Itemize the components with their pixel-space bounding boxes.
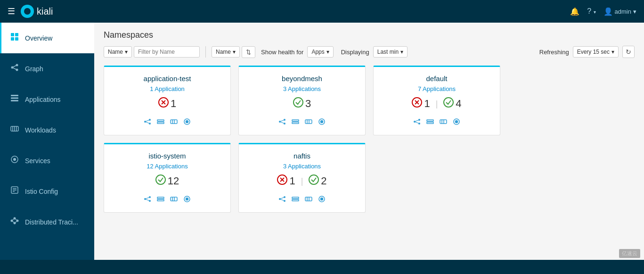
help-icon[interactable]: ? ▾	[587, 7, 595, 16]
logo-text: kiali	[37, 6, 53, 17]
svg-rect-0	[11, 33, 14, 36]
svg-point-61	[444, 98, 453, 107]
workloads-action-icon[interactable]	[170, 195, 178, 205]
error-icon	[412, 97, 422, 110]
error-icon	[158, 97, 169, 110]
ok-icon	[155, 174, 166, 188]
graph-action-icon[interactable]	[278, 195, 286, 205]
workloads-action-icon[interactable]	[305, 118, 312, 127]
graph-action-icon[interactable]	[278, 118, 286, 127]
svg-line-65	[415, 120, 419, 122]
svg-line-49	[280, 120, 285, 122]
sidebar-label-distributed-tracing: Distributed Traci...	[25, 218, 78, 226]
refresh-button[interactable]: ↻	[622, 46, 635, 58]
apps-action-icon[interactable]	[157, 195, 164, 205]
namespace-cards-grid: application-test1 Application1beyondmesh…	[104, 66, 635, 213]
svg-rect-2	[11, 37, 14, 41]
filter-by-name-input[interactable]	[134, 46, 200, 58]
graph-action-icon[interactable]	[144, 118, 151, 127]
workloads-icon	[9, 124, 20, 136]
health-ok: 4	[443, 97, 461, 110]
services-action-icon[interactable]	[183, 118, 191, 127]
health-count: 1	[171, 98, 176, 110]
svg-line-78	[145, 197, 150, 199]
ns-card-apps-link[interactable]: 7 Applications	[418, 85, 456, 92]
logo-icon	[21, 5, 34, 18]
apps-action-icon[interactable]	[157, 118, 164, 127]
watermark: 亿速云	[619, 249, 640, 258]
sidebar-item-applications[interactable]: Applications	[0, 84, 94, 115]
services-action-icon[interactable]	[183, 195, 191, 205]
ok-icon	[443, 97, 454, 110]
services-action-icon[interactable]	[453, 118, 460, 127]
apps-action-icon[interactable]	[426, 118, 434, 127]
health-value-dropdown[interactable]: Apps ▾	[307, 46, 333, 58]
hamburger-icon[interactable]: ☰	[8, 6, 15, 17]
graph-action-icon[interactable]	[144, 195, 151, 205]
svg-rect-52	[292, 122, 299, 124]
svg-point-102	[321, 198, 323, 200]
ns-card-health: 12	[155, 174, 179, 188]
sidebar-item-services[interactable]: Services	[0, 145, 94, 176]
sidebar-item-istio-config[interactable]: Istio Config	[0, 176, 94, 207]
svg-rect-40	[171, 120, 177, 124]
sidebar-item-overview[interactable]: Overview	[0, 23, 94, 53]
bell-icon[interactable]: 🔔	[570, 7, 579, 16]
distributed-tracing-icon	[9, 216, 20, 228]
svg-rect-9	[11, 95, 18, 96]
health-divider: |	[436, 99, 438, 109]
sort-dropdown[interactable]: Name ▾	[212, 46, 240, 58]
sidebar-item-distributed-tracing[interactable]: Distributed Traci...	[0, 207, 94, 237]
sidebar-label-graph: Graph	[25, 65, 43, 73]
ns-card-title: beyondmesh	[282, 75, 322, 83]
error-icon	[277, 174, 287, 188]
ns-card-apps-link[interactable]: 3 Applications	[283, 163, 321, 170]
sidebar-item-workloads[interactable]: Workloads	[0, 115, 94, 145]
svg-rect-11	[11, 100, 18, 101]
sort-group: Name ▾ ⇅	[212, 46, 255, 58]
svg-rect-68	[427, 122, 433, 124]
ns-card-actions	[144, 195, 191, 205]
graph-action-icon[interactable]	[413, 118, 421, 127]
svg-rect-98	[305, 197, 312, 201]
svg-rect-51	[292, 120, 299, 121]
services-action-icon[interactable]	[318, 118, 326, 127]
page-title: Namespaces	[104, 30, 635, 40]
ns-card-health: 3	[293, 97, 311, 110]
sort-direction-button[interactable]: ⇅	[242, 46, 255, 58]
health-count: 1	[424, 98, 430, 110]
sidebar-label-overview: Overview	[25, 34, 52, 42]
workloads-action-icon[interactable]	[170, 118, 178, 127]
namespace-card-beyondmesh: beyondmesh3 Applications3	[238, 66, 366, 135]
workloads-action-icon[interactable]	[440, 118, 447, 127]
svg-line-28	[12, 221, 15, 223]
workloads-action-icon[interactable]	[305, 195, 312, 205]
svg-rect-97	[292, 199, 299, 201]
ns-card-apps-link[interactable]: 3 Applications	[283, 85, 321, 92]
health-count: 1	[289, 175, 295, 187]
health-error: 1	[412, 97, 430, 110]
namespace-card-naftis: naftis3 Applications1|2	[238, 143, 366, 213]
displaying-value-dropdown[interactable]: Last min ▾	[373, 46, 408, 58]
svg-rect-39	[157, 122, 164, 124]
ns-card-health: 1|4	[412, 97, 461, 110]
svg-point-17	[13, 158, 16, 161]
svg-rect-10	[11, 98, 18, 99]
user-menu[interactable]: 👤 admin ▾	[603, 7, 636, 16]
svg-rect-69	[440, 120, 447, 124]
services-action-icon[interactable]	[318, 195, 326, 205]
sidebar-item-graph[interactable]: Graph	[0, 53, 94, 84]
ns-card-title: default	[426, 75, 447, 83]
ns-card-title: naftis	[293, 152, 310, 160]
svg-point-86	[186, 198, 188, 200]
sidebar-label-services: Services	[25, 157, 50, 165]
apps-action-icon[interactable]	[292, 195, 299, 205]
name-filter-dropdown[interactable]: Name ▾	[104, 46, 132, 58]
bottombar	[0, 260, 644, 274]
health-error: 1	[277, 174, 295, 188]
ns-card-actions	[278, 118, 326, 127]
apps-action-icon[interactable]	[292, 118, 299, 127]
refreshing-value-dropdown[interactable]: Every 15 sec ▾	[573, 46, 619, 58]
ns-card-apps-link[interactable]: 1 Application	[150, 85, 185, 92]
ns-card-apps-link[interactable]: 12 Applications	[147, 163, 187, 170]
